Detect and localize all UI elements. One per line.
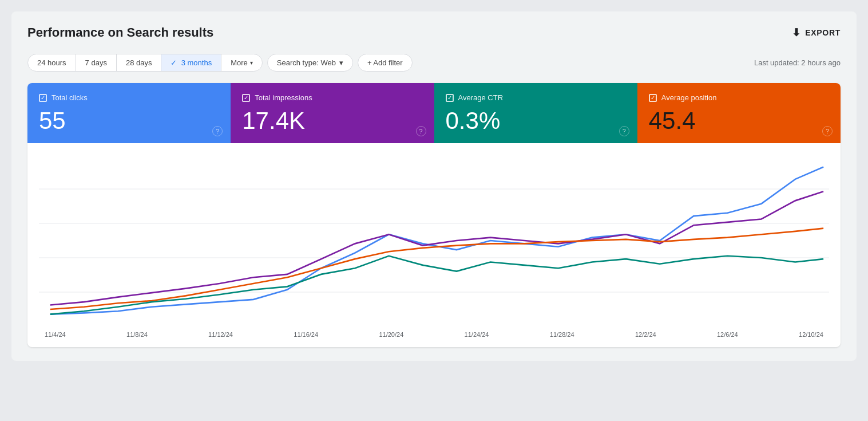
x-label-4: 11/20/24 (379, 331, 403, 338)
x-label-0: 11/4/24 (45, 331, 66, 338)
metric-impressions: Total impressions 17.4K ? (231, 83, 434, 143)
impressions-label: Total impressions (255, 93, 312, 102)
position-help-icon[interactable]: ? (822, 126, 833, 136)
impressions-checkbox[interactable] (242, 94, 250, 102)
x-axis-labels: 11/4/24 11/8/24 11/12/24 11/16/24 11/20/… (39, 329, 829, 338)
search-type-filter[interactable]: Search type: Web ▾ (267, 54, 353, 72)
metric-impressions-header: Total impressions (242, 93, 422, 102)
chevron-down-icon: ▾ (250, 60, 253, 66)
filter-7d[interactable]: 7 days (76, 54, 117, 71)
metric-clicks: Total clicks 55 ? (27, 83, 231, 143)
filters-row: 24 hours 7 days 28 days ✓ 3 months More … (27, 54, 841, 72)
x-label-6: 11/28/24 (550, 331, 574, 338)
position-label: Average position (661, 93, 717, 102)
position-value: 45.4 (649, 108, 829, 134)
metrics-row: Total clicks 55 ? Total impressions 17.4… (27, 83, 841, 143)
clicks-value: 55 (39, 108, 219, 134)
add-filter-button[interactable]: + Add filter (358, 54, 413, 72)
main-card: Total clicks 55 ? Total impressions 17.4… (27, 83, 841, 347)
export-icon: ⬇ (792, 26, 801, 39)
export-button[interactable]: ⬇ EXPORT (792, 26, 841, 39)
ctr-line (50, 229, 823, 309)
x-label-5: 11/24/24 (465, 331, 489, 338)
page-title: Performance on Search results (27, 25, 213, 40)
position-checkbox[interactable] (649, 94, 657, 102)
metric-position: Average position 45.4 ? (637, 83, 841, 143)
clicks-help-icon[interactable]: ? (212, 126, 223, 136)
performance-chart (39, 155, 829, 326)
chart-area: 11/4/24 11/8/24 11/12/24 11/16/24 11/20/… (27, 143, 841, 347)
time-filters: 24 hours 7 days 28 days ✓ 3 months More … (27, 54, 263, 72)
ctr-label: Average CTR (458, 93, 504, 102)
x-label-9: 12/10/24 (799, 331, 823, 338)
metric-ctr-header: Average CTR (446, 93, 626, 102)
last-updated-text: Last updated: 2 hours ago (754, 58, 841, 67)
x-label-3: 11/16/24 (294, 331, 318, 338)
export-label: EXPORT (805, 28, 841, 37)
clicks-checkbox[interactable] (39, 94, 47, 102)
metric-clicks-header: Total clicks (39, 93, 219, 102)
x-label-7: 12/2/24 (635, 331, 656, 338)
search-type-chevron-icon: ▾ (339, 58, 343, 67)
impressions-line (50, 191, 823, 305)
metric-ctr: Average CTR 0.3% ? (434, 83, 637, 143)
ctr-checkbox[interactable] (446, 94, 454, 102)
x-label-2: 11/12/24 (208, 331, 233, 338)
x-label-1: 11/8/24 (126, 331, 148, 338)
header: Performance on Search results ⬇ EXPORT (27, 25, 841, 40)
x-label-8: 12/6/24 (717, 331, 738, 338)
ctr-help-icon[interactable]: ? (619, 126, 629, 136)
impressions-help-icon[interactable]: ? (416, 126, 426, 136)
filter-more[interactable]: More ▾ (221, 54, 262, 71)
filter-3m[interactable]: ✓ 3 months (161, 54, 221, 71)
add-filter-label: + Add filter (367, 58, 403, 67)
ctr-value: 0.3% (446, 108, 626, 134)
page-container: Performance on Search results ⬇ EXPORT 2… (11, 11, 857, 361)
search-type-label: Search type: Web (277, 58, 336, 67)
filter-24h[interactable]: 24 hours (28, 54, 76, 71)
clicks-label: Total clicks (51, 93, 88, 102)
metric-position-header: Average position (649, 93, 829, 102)
impressions-value: 17.4K (242, 108, 422, 134)
filter-28d[interactable]: 28 days (117, 54, 162, 71)
